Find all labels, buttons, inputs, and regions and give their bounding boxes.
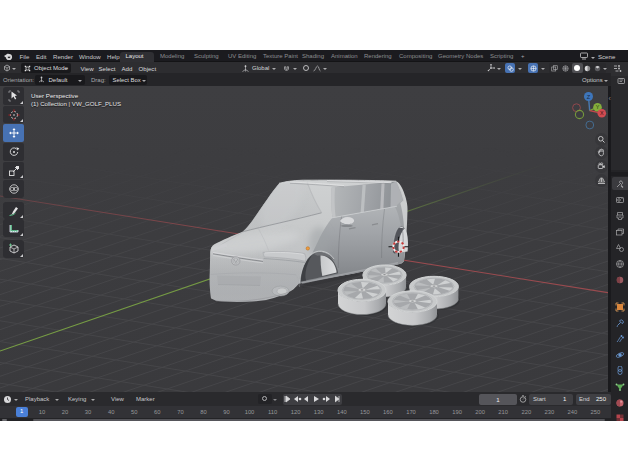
svg-text:X: X [600,110,604,116]
svg-text:Z: Z [587,94,591,100]
svg-text:Y: Y [596,104,600,110]
